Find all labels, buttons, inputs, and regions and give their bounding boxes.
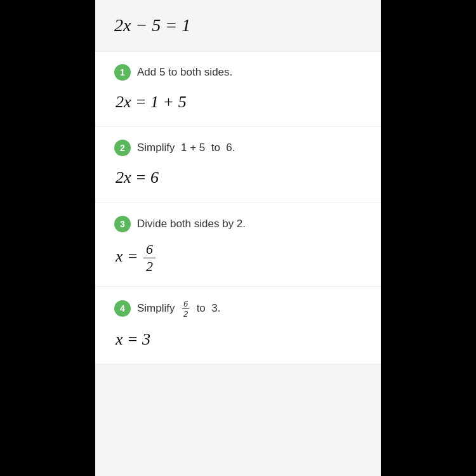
step-block-3: 3 Divide both sides by 2. x = 6 2 [95,203,381,287]
step-block-2: 2 Simplify 1 + 5 to 6. 2x = 6 [95,127,381,202]
step-result-2: 2x = 6 [114,166,362,189]
step-badge-2: 2 [114,140,131,156]
step-block-1: 1 Add 5 to both sides. 2x = 1 + 5 [95,51,381,127]
step-header-1: 1 Add 5 to both sides. [114,64,362,81]
step-badge-3: 3 [114,216,131,232]
step-block-4: 4 Simplify 6 2 to 3. x = 3 [95,287,381,364]
step-result-4: x = 3 [114,328,362,351]
step-description-3: Divide both sides by 2. [137,218,246,230]
main-panel: 2x − 5 = 1 1 Add 5 to both sides. 2x = 1… [95,0,381,476]
small-fraction-6-2: 6 2 [182,300,189,318]
steps-area: 1 Add 5 to both sides. 2x = 1 + 5 2 Simp… [95,51,381,364]
step-badge-1: 1 [114,64,131,81]
step-description-1: Add 5 to both sides. [137,66,232,79]
step-badge-4: 4 [114,300,131,317]
step-description-2: Simplify 1 + 5 to 6. [137,142,235,154]
step-result-3: x = 6 2 [114,242,362,274]
step-description-4: Simplify 6 2 to 3. [137,300,220,318]
step-header-2: 2 Simplify 1 + 5 to 6. [114,140,362,156]
step-result-1: 2x = 1 + 5 [114,91,362,114]
step-header-4: 4 Simplify 6 2 to 3. [114,300,362,318]
fraction-6-over-2: 6 2 [143,242,155,274]
step-header-3: 3 Divide both sides by 2. [114,216,362,232]
equation-header: 2x − 5 = 1 [95,0,381,51]
main-equation: 2x − 5 = 1 [114,15,362,36]
